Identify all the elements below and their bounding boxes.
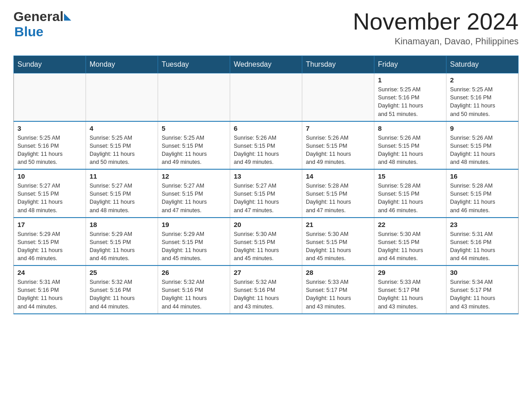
week-row-1: 1Sunrise: 5:25 AM Sunset: 5:16 PM Daylig… xyxy=(14,73,519,121)
calendar-cell xyxy=(230,73,302,121)
day-number: 15 xyxy=(378,172,442,180)
day-info: Sunrise: 5:32 AM Sunset: 5:16 PM Dayligh… xyxy=(234,278,298,311)
calendar-cell xyxy=(302,73,374,121)
day-number: 5 xyxy=(162,124,226,132)
calendar-cell: 2Sunrise: 5:25 AM Sunset: 5:16 PM Daylig… xyxy=(446,73,519,121)
day-number: 24 xyxy=(17,269,82,276)
header-cell-wednesday: Wednesday xyxy=(230,56,302,73)
day-info: Sunrise: 5:27 AM Sunset: 5:15 PM Dayligh… xyxy=(90,182,154,214)
header: General Blue November 2024 Kinamayan, Da… xyxy=(13,9,519,47)
day-info: Sunrise: 5:27 AM Sunset: 5:15 PM Dayligh… xyxy=(17,182,82,214)
calendar-cell: 20Sunrise: 5:30 AM Sunset: 5:15 PM Dayli… xyxy=(230,218,302,266)
day-info: Sunrise: 5:28 AM Sunset: 5:15 PM Dayligh… xyxy=(450,182,515,214)
calendar-cell: 19Sunrise: 5:29 AM Sunset: 5:15 PM Dayli… xyxy=(158,218,230,266)
week-row-4: 17Sunrise: 5:29 AM Sunset: 5:15 PM Dayli… xyxy=(14,218,519,266)
calendar-cell: 1Sunrise: 5:25 AM Sunset: 5:16 PM Daylig… xyxy=(374,73,446,121)
header-row: SundayMondayTuesdayWednesdayThursdayFrid… xyxy=(14,56,519,73)
header-cell-thursday: Thursday xyxy=(302,56,374,73)
logo: General Blue xyxy=(13,9,71,39)
calendar-cell: 3Sunrise: 5:25 AM Sunset: 5:16 PM Daylig… xyxy=(14,121,86,170)
day-number: 18 xyxy=(90,221,154,228)
day-number: 16 xyxy=(450,172,515,180)
header-cell-friday: Friday xyxy=(374,56,446,73)
day-number: 17 xyxy=(17,221,82,228)
day-number: 26 xyxy=(162,269,226,276)
day-info: Sunrise: 5:30 AM Sunset: 5:15 PM Dayligh… xyxy=(306,230,370,263)
location-subtitle: Kinamayan, Davao, Philippines xyxy=(353,36,519,47)
calendar-cell: 16Sunrise: 5:28 AM Sunset: 5:15 PM Dayli… xyxy=(446,169,519,218)
day-number: 9 xyxy=(450,124,515,132)
logo-general-text: General xyxy=(13,9,64,24)
calendar-cell: 4Sunrise: 5:25 AM Sunset: 5:15 PM Daylig… xyxy=(86,121,158,170)
logo-chevron-icon xyxy=(64,13,71,21)
day-number: 3 xyxy=(17,124,82,132)
day-number: 6 xyxy=(234,124,298,132)
calendar-cell: 25Sunrise: 5:32 AM Sunset: 5:16 PM Dayli… xyxy=(86,265,158,314)
calendar-cell: 27Sunrise: 5:32 AM Sunset: 5:16 PM Dayli… xyxy=(230,265,302,314)
day-number: 1 xyxy=(378,76,442,84)
calendar-cell: 24Sunrise: 5:31 AM Sunset: 5:16 PM Dayli… xyxy=(14,265,86,314)
day-info: Sunrise: 5:29 AM Sunset: 5:15 PM Dayligh… xyxy=(162,230,226,263)
day-info: Sunrise: 5:31 AM Sunset: 5:16 PM Dayligh… xyxy=(450,230,515,263)
day-info: Sunrise: 5:33 AM Sunset: 5:17 PM Dayligh… xyxy=(378,278,442,311)
calendar-cell: 26Sunrise: 5:32 AM Sunset: 5:16 PM Dayli… xyxy=(158,265,230,314)
day-number: 13 xyxy=(234,172,298,180)
day-info: Sunrise: 5:27 AM Sunset: 5:15 PM Dayligh… xyxy=(162,182,226,214)
calendar-cell: 13Sunrise: 5:27 AM Sunset: 5:15 PM Dayli… xyxy=(230,169,302,218)
day-info: Sunrise: 5:30 AM Sunset: 5:15 PM Dayligh… xyxy=(378,230,442,263)
calendar-cell: 11Sunrise: 5:27 AM Sunset: 5:15 PM Dayli… xyxy=(86,169,158,218)
day-number: 20 xyxy=(234,221,298,228)
day-info: Sunrise: 5:33 AM Sunset: 5:17 PM Dayligh… xyxy=(306,278,370,311)
day-info: Sunrise: 5:27 AM Sunset: 5:15 PM Dayligh… xyxy=(234,182,298,214)
calendar-table: SundayMondayTuesdayWednesdayThursdayFrid… xyxy=(13,56,519,314)
title-section: November 2024 Kinamayan, Davao, Philippi… xyxy=(353,9,519,47)
week-row-5: 24Sunrise: 5:31 AM Sunset: 5:16 PM Dayli… xyxy=(14,265,519,314)
day-info: Sunrise: 5:31 AM Sunset: 5:16 PM Dayligh… xyxy=(17,278,82,311)
calendar-cell: 8Sunrise: 5:26 AM Sunset: 5:15 PM Daylig… xyxy=(374,121,446,170)
day-number: 21 xyxy=(306,221,370,228)
calendar-cell: 15Sunrise: 5:28 AM Sunset: 5:15 PM Dayli… xyxy=(374,169,446,218)
header-cell-monday: Monday xyxy=(86,56,158,73)
calendar-cell xyxy=(86,73,158,121)
calendar-cell: 30Sunrise: 5:34 AM Sunset: 5:17 PM Dayli… xyxy=(446,265,519,314)
day-number: 11 xyxy=(90,172,154,180)
calendar-cell: 21Sunrise: 5:30 AM Sunset: 5:15 PM Dayli… xyxy=(302,218,374,266)
day-number: 30 xyxy=(450,269,515,276)
week-row-2: 3Sunrise: 5:25 AM Sunset: 5:16 PM Daylig… xyxy=(14,121,519,170)
day-info: Sunrise: 5:25 AM Sunset: 5:16 PM Dayligh… xyxy=(450,86,515,118)
calendar-cell: 5Sunrise: 5:25 AM Sunset: 5:15 PM Daylig… xyxy=(158,121,230,170)
calendar-cell: 28Sunrise: 5:33 AM Sunset: 5:17 PM Dayli… xyxy=(302,265,374,314)
day-info: Sunrise: 5:32 AM Sunset: 5:16 PM Dayligh… xyxy=(162,278,226,311)
day-info: Sunrise: 5:26 AM Sunset: 5:15 PM Dayligh… xyxy=(378,134,442,167)
day-info: Sunrise: 5:26 AM Sunset: 5:15 PM Dayligh… xyxy=(306,134,370,167)
header-cell-sunday: Sunday xyxy=(14,56,86,73)
day-info: Sunrise: 5:25 AM Sunset: 5:16 PM Dayligh… xyxy=(17,134,82,167)
header-cell-saturday: Saturday xyxy=(446,56,519,73)
day-info: Sunrise: 5:28 AM Sunset: 5:15 PM Dayligh… xyxy=(306,182,370,214)
calendar-header: SundayMondayTuesdayWednesdayThursdayFrid… xyxy=(14,56,519,73)
day-number: 28 xyxy=(306,269,370,276)
calendar-cell: 18Sunrise: 5:29 AM Sunset: 5:15 PM Dayli… xyxy=(86,218,158,266)
main-title: November 2024 xyxy=(353,9,519,34)
day-number: 12 xyxy=(162,172,226,180)
calendar-cell: 29Sunrise: 5:33 AM Sunset: 5:17 PM Dayli… xyxy=(374,265,446,314)
calendar-cell: 23Sunrise: 5:31 AM Sunset: 5:16 PM Dayli… xyxy=(446,218,519,266)
day-number: 23 xyxy=(450,221,515,228)
day-info: Sunrise: 5:25 AM Sunset: 5:15 PM Dayligh… xyxy=(162,134,226,167)
day-info: Sunrise: 5:26 AM Sunset: 5:15 PM Dayligh… xyxy=(234,134,298,167)
day-info: Sunrise: 5:28 AM Sunset: 5:15 PM Dayligh… xyxy=(378,182,442,214)
day-info: Sunrise: 5:29 AM Sunset: 5:15 PM Dayligh… xyxy=(90,230,154,263)
calendar-cell: 17Sunrise: 5:29 AM Sunset: 5:15 PM Dayli… xyxy=(14,218,86,266)
week-row-3: 10Sunrise: 5:27 AM Sunset: 5:15 PM Dayli… xyxy=(14,169,519,218)
day-number: 14 xyxy=(306,172,370,180)
day-number: 7 xyxy=(306,124,370,132)
day-info: Sunrise: 5:32 AM Sunset: 5:16 PM Dayligh… xyxy=(90,278,154,311)
day-number: 29 xyxy=(378,269,442,276)
logo-blue-text: Blue xyxy=(14,24,43,39)
day-number: 4 xyxy=(90,124,154,132)
day-number: 22 xyxy=(378,221,442,228)
day-number: 10 xyxy=(17,172,82,180)
calendar-cell: 7Sunrise: 5:26 AM Sunset: 5:15 PM Daylig… xyxy=(302,121,374,170)
day-info: Sunrise: 5:25 AM Sunset: 5:15 PM Dayligh… xyxy=(90,134,154,167)
calendar-cell: 22Sunrise: 5:30 AM Sunset: 5:15 PM Dayli… xyxy=(374,218,446,266)
